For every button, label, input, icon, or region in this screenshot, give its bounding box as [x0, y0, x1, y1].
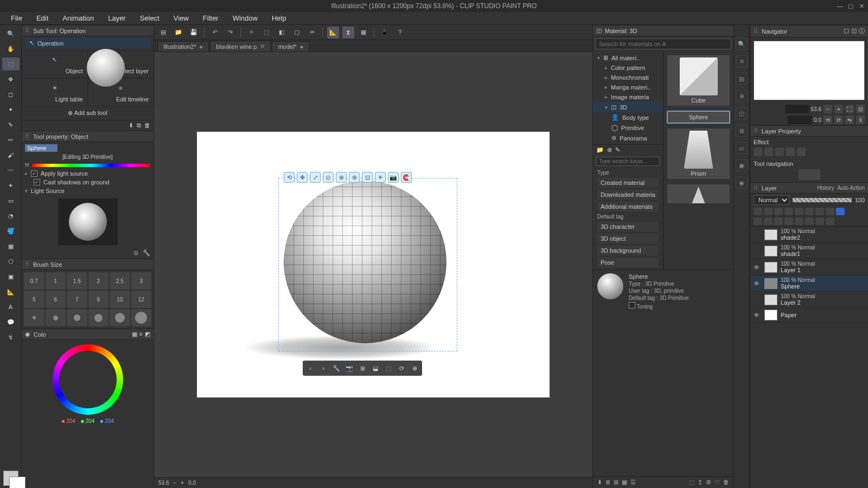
airbrush-tool[interactable]: 〰: [2, 164, 20, 177]
nav-opt2-icon[interactable]: ◫: [851, 27, 857, 35]
small-grid-icon[interactable]: ⊞: [614, 479, 618, 486]
flip-v-icon[interactable]: ⥮: [856, 115, 865, 124]
layer-row[interactable]: 100 % Normalshade1: [750, 243, 868, 259]
flip-h-icon[interactable]: ⇋: [845, 115, 854, 124]
move-tool[interactable]: ✥: [2, 73, 20, 86]
color-swatch[interactable]: [3, 471, 18, 486]
layer-row[interactable]: 👁100 % NormalLayer 1: [750, 259, 868, 275]
scale-object-icon[interactable]: ⊡: [362, 172, 373, 183]
cube-icon[interactable]: ⬚: [382, 362, 394, 374]
help-icon[interactable]: ？: [394, 27, 406, 38]
next-icon[interactable]: ›: [317, 362, 329, 374]
visibility-toggle[interactable]: 👁: [754, 312, 761, 318]
upload-icon[interactable]: ↥: [698, 479, 703, 486]
brush-size-cell[interactable]: 2.5: [110, 272, 130, 290]
subtool-object[interactable]: ↖Object: [22, 50, 88, 78]
ruler-icon[interactable]: [805, 208, 814, 215]
add-material-icon[interactable]: ⊕: [607, 146, 612, 153]
collapse-icon[interactable]: ▾: [25, 188, 28, 194]
hue-slider[interactable]: [32, 164, 150, 167]
brush-size-cell[interactable]: 1.5: [67, 272, 87, 290]
move-object-icon[interactable]: ⊕: [336, 172, 347, 183]
subtool-dup-icon[interactable]: ⧉: [137, 122, 141, 129]
draft-icon[interactable]: [774, 208, 783, 215]
sun-icon[interactable]: ☀: [375, 172, 386, 183]
brush-size-cell[interactable]: 10: [110, 291, 130, 308]
color-wheel[interactable]: [53, 344, 123, 415]
zoom-out-icon[interactable]: −: [173, 480, 176, 486]
invert-icon[interactable]: ◧: [276, 27, 288, 38]
history-tab[interactable]: History: [817, 185, 834, 191]
brush-size-cell[interactable]: [88, 309, 109, 326]
reset-icon[interactable]: ⟳: [395, 362, 407, 374]
list-view-icon[interactable]: ≣: [605, 479, 610, 486]
qa-action-icon[interactable]: ▣: [736, 159, 748, 171]
clear-icon[interactable]: ✧: [245, 27, 257, 38]
brush-size-cell[interactable]: 3: [131, 272, 152, 290]
panel-grip-icon[interactable]: ⠿: [754, 28, 758, 35]
brush-size-cell[interactable]: [131, 309, 152, 326]
minimize-button[interactable]: ―: [835, 2, 844, 10]
brush-size-cell[interactable]: [67, 309, 87, 326]
operation-tool[interactable]: ⬚: [2, 57, 20, 70]
open-icon[interactable]: 📁: [173, 27, 184, 38]
tree-item[interactable]: ▾⊞All materi..: [593, 53, 663, 63]
tree-item[interactable]: ▸Manga materi..: [593, 82, 663, 92]
nav-info-icon[interactable]: ⓘ: [859, 27, 865, 35]
apply-light-checkbox[interactable]: [31, 170, 37, 177]
toning-checkbox[interactable]: [629, 302, 635, 309]
brush-size-cell[interactable]: 8: [88, 291, 109, 308]
navigator-preview[interactable]: [754, 41, 865, 100]
menu-window[interactable]: Window: [226, 12, 264, 24]
document-tab[interactable]: blaviken wine.p✕: [210, 41, 271, 52]
magnify-tool[interactable]: 🔍: [2, 27, 20, 40]
panel-grip-icon[interactable]: ⠿: [25, 27, 30, 34]
brush-size-cell[interactable]: 1: [46, 272, 66, 290]
grid-icon[interactable]: ⊕: [409, 362, 420, 374]
mask-enable-icon[interactable]: [815, 217, 824, 225]
menu-select[interactable]: Select: [133, 12, 166, 24]
save-icon[interactable]: 💾: [188, 27, 200, 38]
menu-layer[interactable]: Layer: [101, 12, 132, 24]
panel-grip-icon[interactable]: ⠿: [754, 184, 758, 191]
camera-icon[interactable]: 📷: [388, 172, 399, 183]
merge-icon[interactable]: [795, 217, 803, 225]
edit-folder-icon[interactable]: ✎: [615, 146, 620, 153]
menu-view[interactable]: View: [167, 12, 195, 24]
brush-size-cell[interactable]: 7: [67, 291, 87, 308]
color-slider-icon[interactable]: ≡: [139, 331, 143, 338]
prev-icon[interactable]: ‹: [304, 362, 316, 374]
qa-thumb-icon[interactable]: ▤: [736, 73, 748, 85]
tree-item[interactable]: ⊖Panorama: [593, 133, 663, 143]
rotate-cw-icon[interactable]: ⟳: [834, 115, 843, 124]
zoom-camera-icon[interactable]: ⤢: [310, 172, 321, 183]
layercolor-icon[interactable]: [815, 208, 824, 215]
rotate-slider[interactable]: [788, 115, 812, 124]
rotate-camera-icon[interactable]: ⟲: [284, 172, 295, 183]
brush-size-cell[interactable]: 12: [131, 291, 152, 308]
ruler-tool[interactable]: 📐: [2, 285, 20, 298]
decoration-tool[interactable]: ✶: [2, 179, 20, 192]
snap-ruler-icon[interactable]: 📐: [327, 27, 339, 38]
tag-item[interactable]: 3D background: [597, 246, 659, 255]
redo-icon[interactable]: ↷: [224, 27, 236, 38]
tag-item[interactable]: 3D character: [597, 222, 659, 232]
show-all-props-icon[interactable]: ⊙: [133, 249, 138, 256]
material-keyword-input[interactable]: [596, 157, 660, 166]
deselect-icon[interactable]: ⬚: [260, 27, 272, 38]
menu-animation[interactable]: Animation: [56, 12, 100, 24]
transfer-icon[interactable]: [784, 217, 793, 225]
qa-rec-icon[interactable]: ◉: [736, 177, 748, 189]
snap-special-icon[interactable]: ⧗: [342, 27, 354, 38]
effect-more-icon[interactable]: [797, 147, 806, 156]
detail-view-icon[interactable]: ☰: [630, 479, 636, 486]
layer-row-selected[interactable]: 👁100 % NormalSphere: [750, 275, 868, 292]
layer-row-paper[interactable]: 👁Paper: [750, 308, 868, 323]
brush-size-cell[interactable]: 0.7: [24, 272, 44, 290]
mask-apply-icon[interactable]: [805, 217, 814, 225]
figure-tool[interactable]: ⬠: [2, 255, 20, 268]
blend-tool[interactable]: ◔: [2, 209, 20, 222]
zoom-out-icon[interactable]: −: [824, 105, 832, 113]
magnet-icon[interactable]: 🧲: [401, 172, 412, 183]
crop-icon[interactable]: ✂: [306, 27, 318, 38]
